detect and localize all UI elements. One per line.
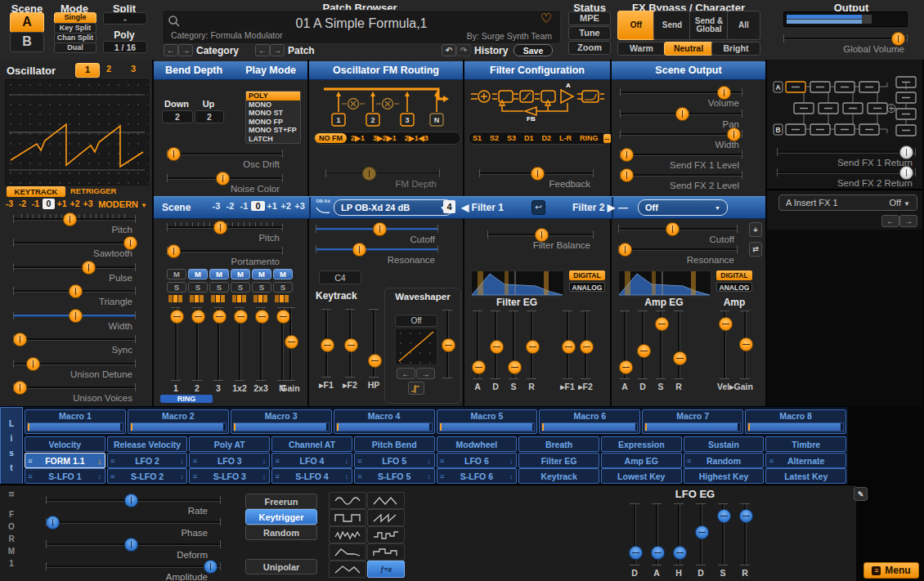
slider-width[interactable]: Width — [13, 309, 136, 332]
slider-handle[interactable] — [285, 335, 298, 349]
slider-handle[interactable] — [362, 167, 376, 181]
arm-arrow-icon[interactable]: ↓ — [342, 472, 352, 480]
scene-octave--2[interactable]: -2 — [223, 201, 237, 211]
vslider--f1[interactable]: ▸F1 — [559, 311, 576, 392]
osc-tab-1[interactable]: 1 — [75, 63, 100, 78]
character-neutral-button[interactable]: Neutral — [664, 42, 713, 56]
retrigger-toggle[interactable]: RETRIGGER — [70, 186, 116, 195]
vslider-r[interactable]: R — [671, 311, 687, 392]
macro-cell[interactable]: Macro 3 — [231, 409, 332, 434]
vslider-gain[interactable]: Gain — [282, 307, 298, 394]
slider-handle[interactable] — [69, 284, 83, 298]
character-warm-button[interactable]: Warm — [617, 42, 666, 56]
filter-config-l-r[interactable]: L-R — [555, 133, 576, 143]
hamburger-icon[interactable]: ≡ — [25, 472, 35, 480]
slider-osc-drift[interactable]: Osc Drift — [167, 147, 283, 170]
slider-handle[interactable] — [619, 360, 633, 374]
global-volume-slider[interactable]: Global Volume — [783, 32, 908, 55]
mod-source-random[interactable]: ≡Random — [684, 453, 765, 468]
filter-eg-analog-button[interactable]: ANALOG — [569, 282, 605, 292]
slider-phase[interactable]: Phase — [46, 516, 221, 539]
mod-source-expression[interactable]: Expression — [601, 436, 682, 452]
slider-pulse[interactable]: Pulse — [13, 261, 136, 284]
slider-handle[interactable] — [373, 222, 387, 236]
mod-list-tab[interactable]: List — [0, 407, 23, 485]
lfo-edit-pencil-icon[interactable]: ✎ — [854, 487, 868, 501]
mod-source-s-lfo-1[interactable]: ≡S-LFO 1↓ — [25, 468, 105, 484]
slider-handle[interactable] — [321, 338, 334, 352]
mod-source-timbre[interactable]: Timbre — [765, 436, 846, 452]
slider-handle[interactable] — [719, 317, 733, 331]
fm-option-3-2-1[interactable]: 3▶2▶1 — [369, 133, 401, 143]
lfo-trigger-random[interactable]: Random — [245, 525, 317, 540]
hamburger-icon[interactable]: ≡ — [190, 457, 200, 465]
hamburger-icon[interactable]: ≡ — [108, 472, 118, 480]
slider-sync[interactable]: Sync — [13, 333, 136, 355]
mod-source-s-lfo-2[interactable]: ≡S-LFO 2↓ — [107, 468, 188, 484]
mod-source-s-lfo-3[interactable]: ≡S-LFO 3↓ — [189, 468, 270, 484]
hamburger-icon[interactable]: ≡ — [766, 457, 776, 465]
slider-handle[interactable] — [531, 167, 545, 181]
vslider-1x2[interactable]: 1x2 — [231, 307, 248, 394]
macro-slider[interactable] — [27, 422, 123, 431]
lfo-shape-square[interactable] — [329, 509, 366, 526]
mod-source-s-lfo-5[interactable]: ≡S-LFO 5↓ — [354, 468, 435, 484]
slider-handle[interactable] — [124, 494, 138, 507]
slider-handle[interactable] — [255, 310, 269, 324]
slider-sawtooth[interactable]: Sawtooth — [13, 236, 136, 259]
waveshaper-graph[interactable] — [395, 328, 437, 365]
play-mode-latch[interactable]: LATCH — [246, 135, 300, 144]
mixer-mute-2[interactable]: M — [188, 269, 208, 279]
lfo-shape-sine[interactable] — [329, 492, 366, 509]
fx-bypass-off-button[interactable]: Off — [617, 11, 655, 40]
play-mode-mono[interactable]: MONO — [246, 101, 300, 109]
scene-octave--1[interactable]: -1 — [237, 201, 251, 211]
osc-octave--1[interactable]: -1 — [29, 199, 42, 209]
slider-handle[interactable] — [675, 107, 689, 121]
mix-solo-2x3[interactable]: S — [252, 282, 271, 293]
vslider-2[interactable]: 2 — [189, 307, 205, 394]
poly-count[interactable]: 1 / 16 — [103, 41, 147, 53]
osc-octave--2[interactable]: -2 — [16, 199, 29, 209]
slider-handle[interactable] — [629, 546, 643, 560]
slider-handle[interactable] — [234, 310, 248, 324]
macro-slider[interactable] — [644, 422, 741, 431]
slider-handle[interactable] — [352, 243, 366, 257]
bend-down-value[interactable]: 2 — [162, 110, 193, 123]
vslider-a[interactable]: A — [469, 311, 486, 392]
amp-eg-analog-button[interactable]: ANALOG — [716, 282, 752, 292]
mod-source-poly-at[interactable]: Poly AT — [189, 436, 270, 452]
macro-cell[interactable]: Macro 5 — [437, 409, 538, 434]
slider-amplitude[interactable]: Amplitude — [46, 560, 221, 581]
slider-feedback[interactable]: Feedback — [479, 167, 594, 190]
slider-send-fx-1-return[interactable]: Send FX 1 Return — [777, 145, 916, 168]
slider-unison-detune[interactable]: Unison Detune — [13, 357, 136, 380]
vslider--f2[interactable]: ▸F2 — [342, 309, 358, 391]
lfo-shape-noise[interactable] — [329, 526, 366, 543]
arm-arrow-icon[interactable]: ↓ — [95, 472, 105, 480]
vslider-2x3[interactable]: 2x3 — [253, 307, 269, 394]
slider-handle[interactable] — [13, 333, 27, 346]
hamburger-icon[interactable]: ≡ — [108, 457, 118, 465]
arm-arrow-icon[interactable]: ↓ — [342, 457, 352, 465]
mod-source-lfo-6[interactable]: ≡LFO 6↓ — [437, 453, 518, 468]
osc-tab-3[interactable]: 3 — [124, 63, 142, 76]
slider-handle[interactable] — [666, 222, 680, 236]
slider-pan[interactable]: Pan — [620, 107, 742, 130]
amp-eg-display[interactable] — [618, 270, 711, 297]
favorite-heart-icon[interactable]: ♡ — [540, 11, 552, 26]
slider-pitch[interactable]: Pitch — [13, 212, 136, 235]
osc-octave-0[interactable]: 0 — [43, 199, 55, 209]
fm-option-no-fm[interactable]: NO FM — [315, 133, 347, 143]
slider-width[interactable]: Width — [620, 127, 742, 150]
mod-source-latest-key[interactable]: Latest Key — [765, 468, 846, 484]
osc-octave--3[interactable]: -3 — [3, 199, 16, 209]
slider-handle[interactable] — [673, 546, 687, 560]
mod-source-filter-eg[interactable]: Filter EG — [518, 453, 599, 468]
slider-deform[interactable]: Deform — [46, 538, 221, 561]
undo-icon[interactable]: ↶ — [442, 44, 456, 56]
slider-handle[interactable] — [508, 360, 522, 374]
vslider-s[interactable]: S — [505, 311, 522, 392]
arm-arrow-icon[interactable]: ↓ — [177, 472, 186, 480]
play-mode-mono-fp[interactable]: MONO FP — [246, 118, 300, 127]
